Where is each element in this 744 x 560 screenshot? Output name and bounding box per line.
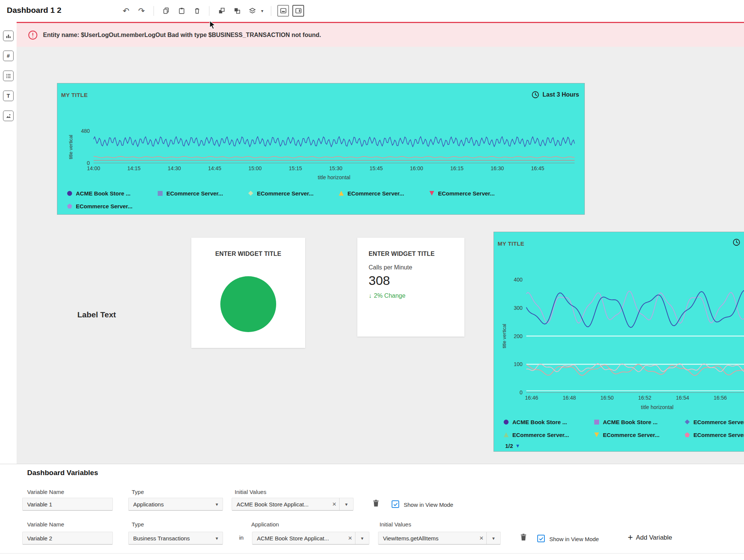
svg-text:0: 0 xyxy=(520,389,523,395)
timeseries-widget-1[interactable]: MY TITLE Last 3 Hours 4800title vertical… xyxy=(57,83,585,215)
initial-values-label: Initial Values xyxy=(235,489,266,495)
circle-marker-icon xyxy=(504,420,509,425)
svg-text:16:48: 16:48 xyxy=(563,395,576,401)
triangle-up-marker-icon xyxy=(504,432,509,437)
type-select[interactable]: Applications ▾ xyxy=(128,498,223,511)
pie-circle xyxy=(220,276,276,332)
copy-icon xyxy=(163,7,170,14)
clear-icon[interactable]: × xyxy=(329,500,339,508)
legend-item[interactable]: ECommerce Server... xyxy=(67,200,158,212)
variable-name-input[interactable]: Variable 2 xyxy=(22,532,113,545)
text-widget-icon[interactable]: T xyxy=(3,91,14,101)
application-combobox[interactable]: ACME Book Store Applicat... × ▾ xyxy=(252,532,369,545)
select-value: Applications xyxy=(133,501,164,508)
legend-item[interactable]: ECommerce Server... xyxy=(429,187,520,200)
bring-to-front-button[interactable] xyxy=(215,5,228,17)
type-select[interactable]: Business Transactions ▾ xyxy=(128,532,223,545)
legend-pagination[interactable]: 1/2 ▼ xyxy=(505,443,744,449)
chart-widget-icon[interactable] xyxy=(3,31,14,41)
redo-button[interactable]: ↷ xyxy=(135,5,148,17)
circle-marker-icon xyxy=(67,191,72,196)
legend-item[interactable]: ACME Book Store ... xyxy=(504,415,594,428)
legend-item[interactable]: ECommerce Server... xyxy=(158,187,248,200)
metric-widget[interactable]: ENTER WIDGET TITLE Calls per Minute 308 … xyxy=(357,238,464,337)
label-widget[interactable]: Label Text xyxy=(77,310,116,319)
widget-palette: # T xyxy=(0,22,17,464)
list-icon xyxy=(5,73,12,79)
legend-item[interactable]: ACME Book Store ... xyxy=(594,415,685,428)
legend-item[interactable]: ECommerce Server... xyxy=(504,428,594,441)
undo-icon: ↶ xyxy=(123,6,129,15)
input-value: Variable 1 xyxy=(23,501,57,508)
legend-item[interactable]: ECommerce Server... xyxy=(685,415,744,428)
paste-button[interactable] xyxy=(175,5,188,17)
copy-button[interactable] xyxy=(160,5,172,17)
svg-text:title horizontal: title horizontal xyxy=(641,404,673,410)
show-in-view-mode-checkbox[interactable] xyxy=(537,535,545,542)
token-value: ViewItems.getAllItems xyxy=(378,535,477,542)
time-range: Last 3 Hours xyxy=(531,91,579,99)
legend-item[interactable]: ECommerce Server... xyxy=(685,428,744,441)
legend-label: ECommerce Server... xyxy=(76,203,132,209)
legend-item[interactable]: ACME Book Store ... xyxy=(67,187,158,200)
widget-header: MY TITLE xyxy=(494,232,744,249)
initial-values-combobox[interactable]: ViewItems.getAllItems × ▾ xyxy=(378,532,501,545)
toggle-bottom-panel-button[interactable] xyxy=(277,5,289,17)
add-variable-button[interactable]: + Add Variable xyxy=(628,533,672,542)
svg-text:14:30: 14:30 xyxy=(168,165,181,171)
pie-widget[interactable]: ENTER WIDGET TITLE xyxy=(191,238,305,348)
initial-values-combobox[interactable]: ACME Book Store Applicat... × ▾ xyxy=(232,498,354,511)
layers-button[interactable] xyxy=(246,5,258,17)
clear-icon[interactable]: × xyxy=(345,534,355,542)
legend-item[interactable]: ECommerce Server... xyxy=(594,428,685,441)
legend-item[interactable]: ECommerce Server... xyxy=(339,187,429,200)
widget-title: ENTER WIDGET TITLE xyxy=(369,251,464,257)
plus-icon: + xyxy=(628,533,633,542)
delete-variable-button[interactable] xyxy=(372,498,380,509)
legend-label: ECommerce Server... xyxy=(603,432,659,438)
svg-text:16:00: 16:00 xyxy=(410,165,423,171)
dashboard-variables-panel: Dashboard Variables Variable Name Variab… xyxy=(0,464,744,560)
panel-bottom-icon xyxy=(280,8,287,14)
chart-legend: ACME Book Store ...ACME Book Store ...EC… xyxy=(494,415,744,441)
chevron-down-icon: ▾ xyxy=(215,502,218,507)
svg-text:14:15: 14:15 xyxy=(127,165,140,171)
svg-text:14:45: 14:45 xyxy=(208,165,221,171)
metric-change: ↓ 2% Change xyxy=(369,292,464,299)
widget-title: MY TITLE xyxy=(61,92,88,98)
svg-text:16:54: 16:54 xyxy=(676,395,689,401)
layers-dropdown-caret[interactable]: ▾ xyxy=(260,5,265,17)
image-widget-icon[interactable] xyxy=(3,111,14,121)
toggle-right-panel-button[interactable] xyxy=(292,5,304,17)
chevron-down-icon[interactable]: ▾ xyxy=(340,502,353,507)
delete-button[interactable] xyxy=(191,5,203,17)
chevron-down-icon[interactable]: ▾ xyxy=(487,535,500,541)
layers-icon xyxy=(249,7,256,15)
legend-label: ACME Book Store ... xyxy=(512,419,567,425)
metric-widget-icon[interactable]: # xyxy=(3,51,14,61)
clear-icon[interactable]: × xyxy=(477,534,486,542)
error-message: Entity name: $UserLogOut.memberLogOut Ba… xyxy=(43,32,321,38)
svg-text:16:46: 16:46 xyxy=(525,395,538,401)
timeseries-widget-2[interactable]: MY TITLE 4003002001000title vertical16:4… xyxy=(493,232,744,452)
delete-variable-button[interactable] xyxy=(519,532,528,543)
undo-button[interactable]: ↶ xyxy=(120,5,132,17)
mouse-cursor xyxy=(208,20,217,30)
legend-item[interactable]: ECommerce Server... xyxy=(248,187,339,200)
diamond-marker-icon xyxy=(248,191,253,196)
panel-right-icon xyxy=(295,8,302,14)
show-in-view-mode-checkbox[interactable] xyxy=(392,500,399,508)
metric-change-label: 2% Change xyxy=(374,292,406,299)
list-widget-icon[interactable] xyxy=(3,71,14,81)
chevron-down-icon: ▾ xyxy=(215,535,218,541)
variable-name-input[interactable]: Variable 1 xyxy=(22,498,113,511)
metric-subtitle: Calls per Minute xyxy=(369,264,464,271)
diamond-marker-icon xyxy=(685,420,690,425)
svg-text:15:15: 15:15 xyxy=(289,165,302,171)
chevron-down-icon[interactable]: ▾ xyxy=(355,535,369,541)
show-in-view-mode-label: Show in View Mode xyxy=(404,502,453,508)
triangle-up-marker-icon xyxy=(339,191,344,196)
type-label: Type xyxy=(132,489,144,495)
send-to-back-button[interactable] xyxy=(231,5,243,17)
show-in-view-mode-label: Show in View Mode xyxy=(549,536,599,542)
